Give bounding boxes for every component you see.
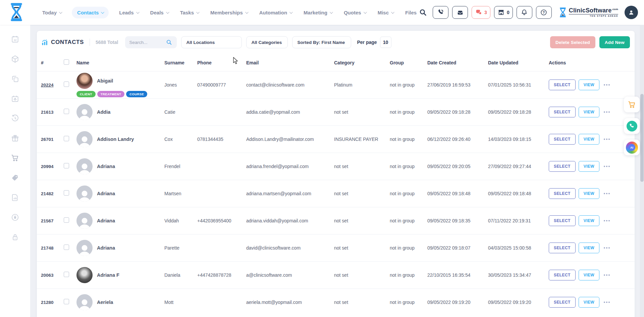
- contact-name[interactable]: Adriana: [97, 191, 115, 196]
- contact-name[interactable]: Aeriela: [97, 300, 113, 305]
- whatsapp-float-button[interactable]: [624, 118, 640, 134]
- select-button[interactable]: SELECT: [549, 161, 576, 172]
- view-button[interactable]: VIEW: [579, 107, 599, 117]
- contact-id-link[interactable]: 20063: [41, 273, 64, 278]
- nav-item-automation[interactable]: Automation: [258, 7, 293, 18]
- search-input[interactable]: [129, 40, 166, 45]
- more-actions-button[interactable]: [602, 164, 611, 168]
- nav-item-contacts[interactable]: Contacts: [72, 7, 109, 18]
- nav-item-tasks[interactable]: Tasks: [179, 7, 200, 18]
- user-menu-button[interactable]: [625, 6, 638, 19]
- inbox-button[interactable]: [452, 6, 468, 19]
- view-button[interactable]: VIEW: [579, 270, 599, 280]
- store-button[interactable]: 0: [494, 6, 513, 19]
- nav-item-misc[interactable]: Misc: [376, 7, 395, 18]
- tag-icon[interactable]: [11, 173, 19, 182]
- row-checkbox[interactable]: [64, 217, 69, 223]
- more-actions-button[interactable]: [602, 137, 611, 141]
- row-checkbox[interactable]: [64, 136, 69, 141]
- more-actions-button[interactable]: [602, 219, 611, 223]
- view-button[interactable]: VIEW: [579, 134, 599, 145]
- contact-id-link[interactable]: 21748: [41, 246, 64, 251]
- view-button[interactable]: VIEW: [579, 243, 599, 253]
- row-checkbox[interactable]: [64, 272, 69, 277]
- cart-icon[interactable]: [11, 154, 19, 162]
- contact-id-link[interactable]: 21280: [41, 300, 64, 305]
- select-button[interactable]: SELECT: [549, 107, 576, 117]
- row-checkbox[interactable]: [64, 299, 69, 304]
- contact-name[interactable]: Adriana: [97, 218, 115, 223]
- contact-name[interactable]: Adriana: [97, 164, 115, 169]
- package-icon[interactable]: [11, 55, 19, 63]
- more-actions-button[interactable]: [602, 110, 611, 114]
- history-icon[interactable]: [11, 114, 19, 123]
- select-button[interactable]: SELECT: [549, 80, 576, 90]
- select-button[interactable]: SELECT: [549, 270, 576, 280]
- nav-item-marketing[interactable]: Marketing: [302, 7, 333, 18]
- more-actions-button[interactable]: [602, 83, 611, 87]
- cart-float-button[interactable]: [624, 97, 640, 112]
- delete-selected-button[interactable]: Delete Selected: [550, 36, 595, 48]
- notifications-button[interactable]: [517, 6, 532, 19]
- select-all-checkbox[interactable]: [64, 59, 69, 65]
- report-icon[interactable]: [11, 193, 19, 202]
- brand-logo[interactable]: ClinicSoftware.com TEN STEPS AHEAD: [559, 7, 618, 18]
- more-actions-button[interactable]: [602, 273, 611, 277]
- help-button[interactable]: ?: [536, 6, 552, 19]
- select-button[interactable]: SELECT: [549, 188, 576, 199]
- copy-icon[interactable]: [11, 74, 19, 83]
- chat-notifications-button[interactable]: 3: [472, 6, 490, 19]
- nav-item-today[interactable]: Today: [41, 7, 63, 18]
- contact-name[interactable]: Adriana F: [97, 272, 119, 278]
- row-checkbox[interactable]: [64, 82, 69, 87]
- gift-icon[interactable]: [11, 134, 19, 143]
- phone-button[interactable]: [433, 6, 448, 19]
- account-lock-icon[interactable]: [11, 213, 19, 222]
- contact-id-link[interactable]: 20224: [41, 83, 64, 88]
- per-page-input[interactable]: [380, 37, 391, 48]
- search-icon[interactable]: [166, 39, 172, 45]
- contact-name[interactable]: Addison Landry: [97, 137, 134, 142]
- view-button[interactable]: VIEW: [579, 297, 599, 308]
- view-button[interactable]: VIEW: [579, 215, 599, 226]
- calendar-icon[interactable]: 12: [11, 35, 19, 44]
- categories-filter[interactable]: All Categories: [246, 36, 288, 48]
- contact-name[interactable]: Abigail: [97, 78, 113, 84]
- select-button[interactable]: SELECT: [549, 215, 576, 226]
- contact-id-link[interactable]: 21482: [41, 191, 64, 196]
- nav-item-files[interactable]: Files: [404, 7, 418, 18]
- contact-name[interactable]: Addia: [97, 109, 110, 115]
- select-button[interactable]: SELECT: [549, 243, 576, 253]
- booking-calendar-icon[interactable]: [11, 94, 19, 103]
- select-button[interactable]: SELECT: [549, 297, 576, 308]
- locations-filter[interactable]: All Locations: [181, 36, 242, 48]
- contact-id-link[interactable]: 21613: [41, 110, 64, 115]
- more-actions-button[interactable]: [602, 192, 611, 196]
- nav-item-deals[interactable]: Deals: [149, 7, 170, 18]
- contact-id-link[interactable]: 20994: [41, 164, 64, 169]
- ai-float-button[interactable]: AI: [624, 140, 640, 155]
- view-button[interactable]: VIEW: [579, 80, 599, 90]
- app-logo-icon[interactable]: [9, 3, 24, 23]
- more-actions-button[interactable]: [602, 300, 611, 304]
- nav-item-memberships[interactable]: Memberships: [209, 7, 249, 18]
- contact-id-link[interactable]: 26701: [41, 137, 64, 142]
- sort-filter[interactable]: Sorted By: First Name: [292, 36, 351, 48]
- row-checkbox[interactable]: [64, 245, 69, 250]
- search-icon[interactable]: [419, 8, 427, 16]
- row-checkbox[interactable]: [64, 109, 69, 114]
- more-actions-button[interactable]: [602, 246, 611, 250]
- view-button[interactable]: VIEW: [579, 188, 599, 199]
- view-button[interactable]: VIEW: [579, 161, 599, 172]
- select-button[interactable]: SELECT: [549, 134, 576, 145]
- lock-icon[interactable]: [11, 233, 19, 242]
- contact-id-link[interactable]: 21567: [41, 218, 64, 223]
- add-new-button[interactable]: Add New: [599, 36, 630, 48]
- row-checkbox[interactable]: [64, 163, 69, 168]
- nav-item-leads[interactable]: Leads: [118, 7, 140, 18]
- scrollbar-thumb[interactable]: [640, 94, 644, 182]
- scrollbar-track[interactable]: [640, 25, 644, 317]
- contact-name[interactable]: Adriana: [97, 245, 115, 251]
- row-checkbox[interactable]: [64, 190, 69, 196]
- nav-item-quotes[interactable]: Quotes: [342, 7, 367, 18]
